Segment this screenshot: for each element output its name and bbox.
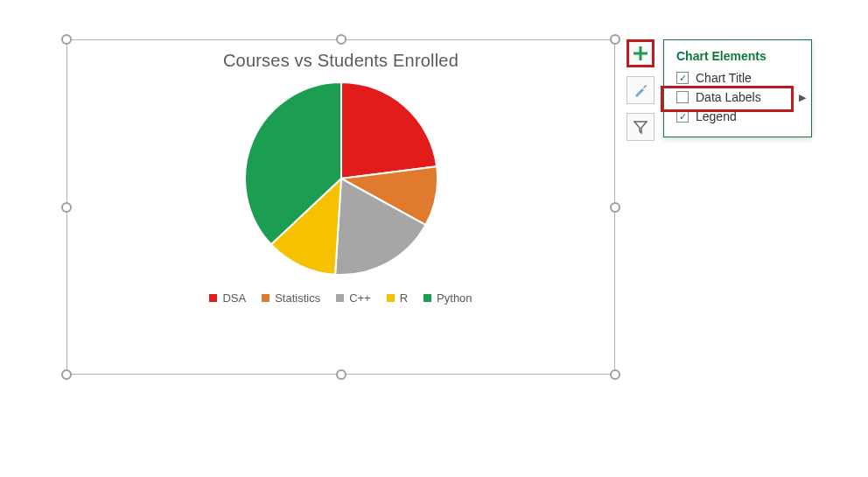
submenu-arrow-icon[interactable]: ▶ [799,92,806,103]
chart-title: Courses vs Students Enrolled [67,51,614,71]
chart-object[interactable]: Courses vs Students Enrolled DSAStatisti… [66,39,615,375]
legend-label: Python [437,291,472,305]
legend-item-python[interactable]: Python [424,291,472,305]
chart-elements-flyout: Chart Elements Chart TitleData Labels▶Le… [663,39,812,137]
legend-label: Statistics [275,291,320,305]
legend-item-c++[interactable]: C++ [336,291,371,305]
legend-item-r[interactable]: R [387,291,408,305]
selection-handle[interactable] [61,202,72,213]
pie-plot-area[interactable] [67,78,614,279]
legend-swatch [209,294,217,302]
flyout-item-label: Data Labels [696,90,761,104]
legend-item-statistics[interactable]: Statistics [262,291,320,305]
selection-handle[interactable] [610,369,620,380]
legend-swatch [387,294,395,302]
chart-elements-button[interactable] [626,39,654,67]
chart-styles-button[interactable] [626,76,654,104]
selection-handle[interactable] [61,369,72,380]
selection-handle[interactable] [336,34,346,45]
flyout-item-legend[interactable]: Legend [664,107,811,126]
selection-handle[interactable] [610,34,620,45]
flyout-item-chart-title[interactable]: Chart Title [664,68,811,88]
selection-handle[interactable] [336,369,346,380]
legend-label: R [400,291,408,305]
legend[interactable]: DSAStatisticsC++RPython [67,291,614,305]
legend-label: C++ [349,291,371,305]
legend-swatch [262,294,270,302]
plus-icon [633,46,648,61]
legend-item-dsa[interactable]: DSA [209,291,246,305]
selection-handle[interactable] [61,34,72,45]
flyout-item-label: Legend [696,109,737,123]
legend-swatch [336,294,344,302]
checkbox[interactable] [676,91,689,103]
selection-handle[interactable] [610,202,620,213]
legend-label: DSA [222,291,246,305]
pie-chart [241,78,442,279]
svg-rect-1 [634,53,648,55]
legend-swatch [424,294,431,302]
flyout-item-data-labels[interactable]: Data Labels▶ [664,88,811,107]
flyout-title: Chart Elements [664,49,811,68]
checkbox[interactable] [676,72,689,84]
brush-icon [633,82,648,98]
chart-filters-button[interactable] [626,113,654,141]
pie-slice-dsa[interactable] [341,82,437,179]
filter-icon [633,119,648,135]
checkbox[interactable] [676,110,689,123]
flyout-item-label: Chart Title [696,71,752,85]
